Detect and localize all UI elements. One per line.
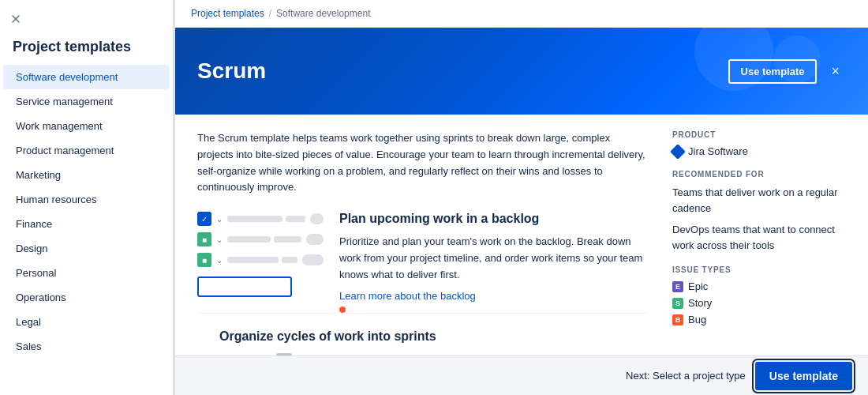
backlog-checkbox-2: ■: [197, 232, 211, 246]
sidebar-item-finance[interactable]: Finance: [3, 212, 170, 236]
red-dot-indicator: [339, 307, 346, 313]
product-item: Jira Software: [672, 145, 846, 157]
bug-label: Bug: [688, 314, 706, 325]
sidebar-item-operations[interactable]: Operations: [3, 285, 170, 310]
sprints-section: Organize cycles of work into sprints: [197, 313, 649, 356]
sidebar-item-legal[interactable]: Legal: [3, 310, 170, 334]
sidebar-item-service-management[interactable]: Service management: [3, 89, 170, 114]
template-header: Scrum Use template ×: [175, 28, 868, 115]
header-actions: Use template ×: [728, 59, 846, 84]
recommended-section: RECOMMENDED FOR Teams that deliver work …: [672, 170, 846, 253]
template-name: Scrum: [197, 58, 266, 84]
recommended-label: RECOMMENDED FOR: [672, 170, 846, 179]
template-description: The Scrum template helps teams work toge…: [197, 130, 649, 196]
breadcrumb-parent[interactable]: Project templates: [191, 8, 264, 19]
backlog-feature-section: ✓ ⌄ ■ ⌄: [197, 212, 649, 312]
story-label: Story: [688, 297, 712, 309]
backlog-checkbox-1: ✓: [197, 212, 211, 226]
bottom-bar: Next: Select a project type Use template: [175, 356, 868, 395]
close-template-button[interactable]: ×: [825, 60, 846, 83]
sidebar: Project templates Software development S…: [0, 0, 174, 395]
product-label: PRODUCT: [672, 130, 846, 139]
template-body: The Scrum template helps teams work toge…: [175, 115, 868, 356]
breadcrumb-current: Software development: [276, 8, 370, 19]
use-template-bottom-button[interactable]: Use template: [755, 362, 852, 390]
backlog-illustration: ✓ ⌄ ■ ⌄: [197, 212, 324, 297]
template-right-column: PRODUCT Jira Software RECOMMENDED FOR Te…: [672, 130, 846, 356]
breadcrumb-separator: /: [269, 8, 271, 19]
sidebar-item-product-management[interactable]: Product management: [3, 138, 170, 163]
issue-type-bug: B Bug: [672, 314, 846, 325]
story-icon: S: [672, 298, 683, 309]
template-content-area: Scrum Use template × The Scrum template …: [175, 28, 868, 356]
recommended-item-1: Teams that deliver work on a regular cad…: [672, 185, 846, 216]
next-text: Next: Select a project type: [626, 370, 746, 382]
sprints-title: Organize cycles of work into sprints: [219, 329, 627, 344]
sidebar-title: Project templates: [0, 32, 173, 65]
backlog-input-illustration: [197, 276, 292, 297]
issue-types-label: ISSUE TYPES: [672, 265, 846, 274]
close-button[interactable]: [0, 8, 173, 32]
feature-title: Plan upcoming work in a backlog: [339, 212, 649, 226]
sprint-illustration: [219, 353, 627, 356]
breadcrumb: Project templates / Software development: [175, 0, 868, 28]
issue-type-epic: E Epic: [672, 280, 846, 292]
feature-text: Plan upcoming work in a backlog Prioriti…: [339, 212, 649, 312]
sidebar-item-software-development[interactable]: Software development: [3, 65, 170, 89]
issue-type-story: S Story: [672, 297, 846, 309]
epic-label: Epic: [688, 280, 708, 292]
backlog-checkbox-3: ■: [197, 253, 211, 267]
issue-types-section: ISSUE TYPES E Epic S Story B Bug: [672, 265, 846, 325]
sidebar-item-design[interactable]: Design: [3, 236, 170, 261]
main-content: Project templates / Software development…: [175, 0, 868, 395]
sidebar-item-human-resources[interactable]: Human resources: [3, 187, 170, 212]
sidebar-item-personal[interactable]: Personal: [3, 261, 170, 285]
product-name: Jira Software: [688, 145, 748, 157]
jira-diamond-icon: [670, 144, 686, 160]
product-section: PRODUCT Jira Software: [672, 130, 846, 157]
sidebar-item-sales[interactable]: Sales: [3, 334, 170, 359]
learn-more-backlog-link[interactable]: Learn more about the backlog: [339, 290, 476, 302]
recommended-item-2: DevOps teams that want to connect work a…: [672, 222, 846, 253]
bug-icon: B: [672, 314, 683, 325]
template-left-column: The Scrum template helps teams work toge…: [197, 130, 649, 356]
sidebar-item-marketing[interactable]: Marketing: [3, 163, 170, 187]
use-template-header-button[interactable]: Use template: [728, 59, 817, 84]
feature-description: Prioritize and plan your team's work on …: [339, 234, 649, 283]
epic-icon: E: [672, 281, 683, 292]
sidebar-item-work-management[interactable]: Work management: [3, 114, 170, 138]
